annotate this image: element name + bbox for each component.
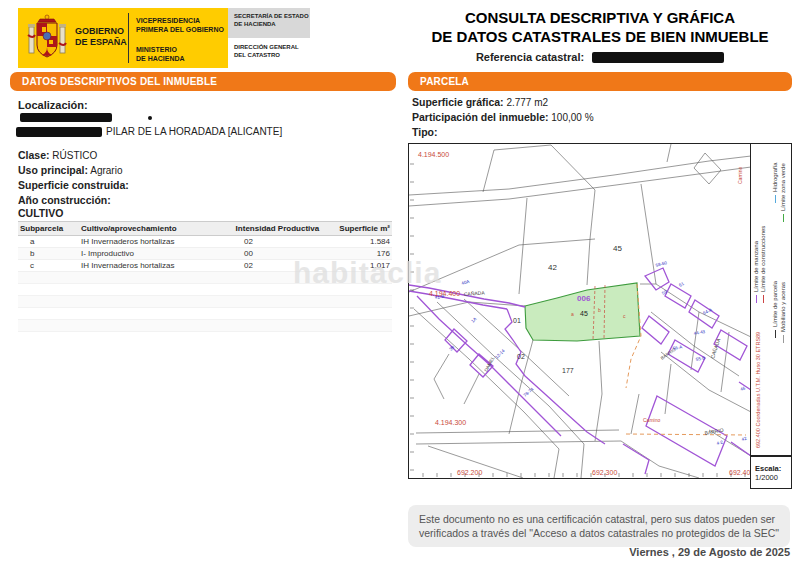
legend-label: Límite de parcela — [772, 281, 779, 327]
table-row: cIH Invernaderos hortalizas021.017 — [18, 260, 392, 272]
cell: 02 — [208, 236, 321, 248]
redacted-address-line-1 — [20, 113, 112, 122]
legend-entry: Límite zona verde — [780, 163, 787, 222]
cadastral-map[interactable]: 4.194.5004.194.4004.194.300692.200692.30… — [408, 143, 752, 479]
map-label: 78-74 — [522, 386, 534, 398]
map-label: 56-A — [672, 344, 682, 351]
col-cultivo: Cultivo/aprovechamiento — [79, 222, 208, 236]
secretaria-box: SECRETARÍA DE ESTADO DE HACIENDA — [228, 8, 310, 38]
legend-label: Mobiliario y aceras — [780, 282, 787, 332]
legend-row: Límite de parcelaHidrografía — [772, 143, 779, 453]
map-label: Camino — [643, 417, 660, 423]
map-drawing: 4.194.5004.194.4004.194.300692.200692.30… — [409, 144, 751, 478]
map-label: 64-A — [702, 307, 713, 316]
map-label: 59 — [661, 289, 668, 296]
field-superficie-grafica: Superficie gráfica: 2.777 m2 — [412, 95, 594, 110]
col-intensidad: Intensidad Productiva — [208, 222, 321, 236]
cultivo-table: Subparcela Cultivo/aprovechamiento Inten… — [18, 221, 392, 332]
cell: c — [18, 260, 79, 272]
map-label: 44-43 — [693, 329, 706, 336]
cell: I- Improductivo — [79, 248, 208, 260]
vicepresidencia-title: VICEPRESIDENCIA PRIMERA DEL GOBIERNO — [136, 17, 224, 34]
map-label: 4.194.300 — [435, 419, 466, 426]
col-superficie: Superficie m² — [321, 222, 392, 236]
cell: 02 — [208, 260, 321, 272]
redacted-address-line-2 — [16, 127, 102, 137]
field-superficie-construida: Superficie construida: — [18, 178, 388, 193]
redacted-dot — [148, 116, 152, 120]
municipio-label: PILAR DE LA HORADADA [ALICANTE] — [106, 126, 282, 137]
legend-entry: Mobiliario y aceras — [780, 282, 787, 343]
field-uso-principal: Uso principal: Agrario — [18, 163, 388, 178]
map-label: 692.200 — [457, 469, 482, 476]
legend-row: Límite de construcciones — [760, 143, 767, 453]
document-title: CONSULTA DESCRIPTIVA Y GRÁFICA DE DATOS … — [408, 8, 792, 63]
legend-entry: Hidrografía — [772, 162, 779, 203]
table-row: bI- Improductivo00176 — [18, 248, 392, 260]
gobierno-title: GOBIERNO DE ESPAÑA — [75, 26, 127, 48]
escala-label: Escala: — [755, 464, 791, 473]
field-clase: Clase: RÚSTICO — [18, 148, 388, 163]
map-label: 692.40 — [729, 469, 751, 476]
section-bar-datos-descriptivos: DATOS DESCRIPTIVOS DEL INMUEBLE — [10, 72, 396, 91]
legend-marker — [763, 295, 765, 303]
direccion-general-label: DIRECCIÓN GENERAL DEL CATASTRO — [234, 44, 299, 59]
cadastral-document: GOBIERNO DE ESPAÑA VICEPRESIDENCIA PRIME… — [0, 0, 800, 565]
government-logo-block: GOBIERNO DE ESPAÑA VICEPRESIDENCIA PRIME… — [18, 8, 228, 68]
map-legend-sidebar: Límite de parcelaHidrografíaMobiliario y… — [750, 143, 792, 456]
ref-catastral-label: Referencia catastral: — [476, 51, 584, 63]
map-label: 45 — [580, 310, 588, 317]
map-label: a — [571, 311, 574, 317]
legend-row: Mobiliario y acerasLímite zona verde — [780, 143, 787, 453]
property-fields: Clase: RÚSTICO Uso principal: Agrario Su… — [18, 148, 388, 208]
map-label: 4.194.500 — [418, 151, 449, 158]
ministerio-title: MINISTERIO DE HACIENDA — [136, 46, 185, 63]
map-label: 1A — [470, 316, 477, 323]
scale-box: Escala: 1/2000 — [750, 456, 792, 489]
legend-marker — [775, 195, 777, 203]
map-label: 02 — [517, 353, 525, 360]
table-row-empty — [18, 308, 392, 320]
document-date: Viernes , 29 de Agosto de 2025 — [408, 546, 790, 558]
redacted-ref-catastral — [592, 52, 724, 63]
logo-divider — [128, 13, 129, 63]
cell: IH Invernaderos hortalizas — [79, 236, 208, 248]
map-label: CAÑADA — [464, 290, 486, 297]
localizacion-label: Localización: — [18, 99, 88, 111]
legend-entry: Límite de construcciones — [760, 226, 767, 303]
cell: 00 — [208, 248, 321, 260]
table-row-empty — [18, 296, 392, 308]
map-label: Camino — [737, 167, 743, 184]
cell: 176 — [321, 248, 392, 260]
map-label: 42 — [548, 263, 557, 272]
map-label: 177 — [562, 367, 574, 374]
legend-marker — [783, 335, 785, 343]
map-label: 006 — [577, 294, 591, 303]
map-labels-layer: 4.194.5004.194.4004.194.300692.200692.30… — [418, 151, 751, 476]
cultivo-table-body: aIH Invernaderos hortalizas021.584bI- Im… — [18, 236, 392, 332]
map-label: 61 — [678, 281, 685, 288]
parcela-fields: Superficie gráfica: 2.777 m2 Participaci… — [412, 95, 594, 140]
title-line-2: DE DATOS CATASTRALES DE BIEN INMUEBLE — [408, 27, 792, 46]
field-tipo: Tipo: — [412, 125, 594, 140]
col-subparcela: Subparcela — [18, 222, 79, 236]
cell: IH Invernaderos hortalizas — [79, 260, 208, 272]
legend-label: Límite zona verde — [780, 163, 787, 211]
table-row-empty — [18, 320, 392, 332]
field-ano-construccion: Año construcción: — [18, 193, 388, 208]
cultivo-title: CULTIVO — [18, 207, 63, 219]
spain-coat-of-arms-icon — [26, 13, 68, 63]
table-row: aIH Invernaderos hortalizas021.584 — [18, 236, 392, 248]
map-label: 40A — [461, 279, 470, 286]
title-line-1: CONSULTA DESCRIPTIVA Y GRÁFICA — [408, 8, 792, 27]
escala-value: 1/2000 — [755, 473, 791, 482]
map-label: 45 — [613, 244, 622, 253]
map-label: 58-60 — [655, 260, 668, 268]
map-label: 42 — [741, 436, 748, 442]
cell: 1.017 — [321, 260, 392, 272]
legend-marker — [783, 214, 785, 222]
map-label: 39 — [448, 344, 455, 351]
map-label: 01 — [513, 317, 521, 324]
map-label: BARRIO — [704, 427, 724, 436]
cultivo-header-row: Subparcela Cultivo/aprovechamiento Inten… — [18, 222, 392, 236]
